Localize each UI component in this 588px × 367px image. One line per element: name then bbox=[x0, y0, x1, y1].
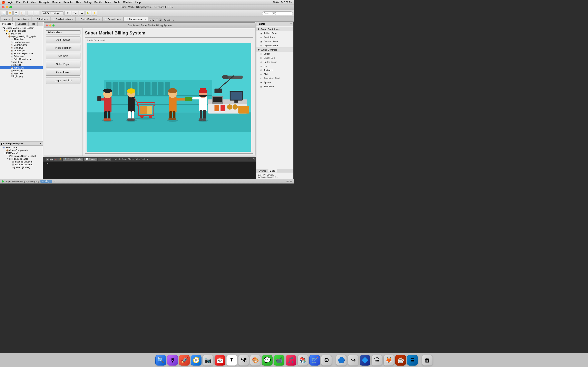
search-input[interactable] bbox=[262, 11, 293, 15]
undo-button[interactable]: ↩ bbox=[27, 11, 33, 16]
file-menu[interactable]: File bbox=[16, 1, 21, 4]
team-menu[interactable]: Team bbox=[105, 1, 111, 4]
scroll-pane-item[interactable]: ⊞ Scroll Pane bbox=[256, 35, 293, 39]
tab-next-button[interactable]: ▶ bbox=[152, 18, 155, 21]
tree-productreport-java[interactable]: ☕ ProductReport.java bbox=[0, 52, 43, 55]
tab-prev-button[interactable]: ◀ bbox=[149, 18, 152, 21]
logout-exit-button[interactable]: Logout and Exit bbox=[46, 77, 80, 84]
tab-restore-button[interactable]: ⊡ bbox=[159, 18, 162, 21]
usages-tab[interactable]: 🔗 Usages bbox=[98, 158, 111, 161]
redo-button[interactable]: ↪ bbox=[34, 11, 39, 16]
apple-menu[interactable]: 🍎 bbox=[2, 1, 5, 4]
new-project-button[interactable]: 📄 bbox=[1, 11, 7, 16]
compile-button[interactable]: T bbox=[64, 11, 71, 16]
tree-home-java[interactable]: ☕ home.java bbox=[0, 66, 43, 69]
run-menu[interactable]: Run bbox=[76, 1, 81, 4]
button-group-item[interactable]: ⊙ Button Group bbox=[256, 60, 293, 64]
tab-close-icon[interactable]: ✕ bbox=[47, 18, 49, 20]
tab-home-java[interactable]: ☕ home.java ✕ bbox=[12, 17, 31, 21]
expand-icon[interactable]: ▼ bbox=[7, 158, 9, 160]
tree-login-jpeg[interactable]: 🖼 login.jpeg bbox=[0, 75, 43, 78]
debug-button[interactable]: 🐛 bbox=[86, 11, 91, 16]
save-button[interactable]: 💾 bbox=[13, 11, 19, 16]
slider-item[interactable]: ⊟ Slider bbox=[256, 72, 293, 76]
tree-about-jpg[interactable]: 🖼 about.jpg bbox=[0, 60, 43, 63]
expand-icon[interactable]: ▼ bbox=[4, 152, 6, 154]
tab-connect-java[interactable]: ☕ Connect.java... ✕ bbox=[124, 17, 148, 21]
edit-menu[interactable]: Edit bbox=[23, 1, 28, 4]
product-report-button[interactable]: Product Report bbox=[46, 45, 80, 51]
events-tab[interactable]: Events bbox=[257, 169, 268, 173]
tree-connect-java[interactable]: ☕ Connect.java bbox=[0, 43, 43, 46]
refactor-menu[interactable]: Refactor bbox=[63, 1, 73, 4]
tree-source-packages[interactable]: ▼ 📁 Source Packages bbox=[0, 29, 43, 32]
nav-form-home[interactable]: ▼ 🖼 Form home bbox=[0, 146, 43, 149]
tree-product-java[interactable]: ☕ Product.java bbox=[0, 49, 43, 52]
tree-sales-java[interactable]: ☕ Sales.java bbox=[0, 55, 43, 58]
add-sells-button[interactable]: Add Sells bbox=[46, 53, 80, 59]
nav-lb-projectname[interactable]: 🏷 lb_projectName [JLabel] bbox=[0, 155, 43, 157]
app-minimize-button[interactable] bbox=[49, 25, 51, 26]
profile-menu[interactable]: Profile bbox=[94, 1, 102, 4]
help-menu[interactable]: Help bbox=[135, 1, 141, 4]
tools-menu[interactable]: Tools bbox=[114, 1, 120, 4]
config-dropdown[interactable]: <default config> ▼ bbox=[42, 11, 63, 15]
tab-sales-java[interactable]: ☕ Sales.java ✕ bbox=[32, 17, 51, 21]
tab-comboitem-java[interactable]: ☕ ComboItem.java ✕ bbox=[51, 17, 75, 21]
projects-tab-close[interactable]: ✕ bbox=[12, 23, 13, 25]
search-results-tab[interactable]: 🔍 Search Results bbox=[63, 158, 83, 161]
tab-close-icon[interactable]: ✕ bbox=[144, 18, 146, 20]
tree-ext-jpeg[interactable]: 🖼 ext.jpeg bbox=[0, 63, 43, 66]
tab-list-button[interactable]: ▾ bbox=[156, 18, 158, 21]
save-all-button[interactable]: 📋 bbox=[20, 11, 25, 16]
list-item[interactable]: ≡ List bbox=[256, 64, 293, 68]
run-button[interactable]: ▶ bbox=[79, 11, 85, 16]
open-project-button[interactable]: 📂 bbox=[7, 11, 13, 16]
tab-close-icon[interactable]: ✕ bbox=[72, 18, 73, 20]
tree-home-jpg[interactable]: 🖼 home.jpg bbox=[0, 69, 43, 72]
text-area-item[interactable]: ▤ Text Area bbox=[256, 68, 293, 72]
layered-pane-item[interactable]: ⊟ Layered Pane bbox=[256, 43, 293, 48]
files-tab[interactable]: Files bbox=[29, 22, 38, 26]
expand-icon[interactable]: ▼ bbox=[1, 27, 3, 29]
output-tab[interactable]: 📄 Output bbox=[84, 158, 97, 161]
tab-close-icon[interactable]: ✕ bbox=[99, 18, 101, 20]
tab-close-icon[interactable]: ✕ bbox=[120, 18, 122, 20]
navigate-menu[interactable]: Navigate bbox=[39, 1, 49, 4]
maximize-button[interactable] bbox=[9, 6, 12, 8]
app-maximize-button[interactable] bbox=[52, 25, 54, 26]
tree-root[interactable]: ▼ 🏗 Super Market Billing System bbox=[0, 26, 43, 29]
stop-run-icon[interactable]: ✕ bbox=[54, 180, 56, 183]
tree-about-java[interactable]: ☕ About.java bbox=[0, 38, 43, 41]
tab-productreport-java[interactable]: ☕ ProductReport.java ✕ bbox=[76, 17, 103, 21]
button-item[interactable]: ⬜ Button bbox=[256, 52, 293, 56]
text-pane-item[interactable]: ▤ Text Pane bbox=[256, 84, 293, 89]
view-menu[interactable]: View bbox=[31, 1, 36, 4]
window-menu[interactable]: Window bbox=[123, 1, 132, 4]
services-tab[interactable]: Services bbox=[16, 22, 28, 26]
debug-menu[interactable]: Debug bbox=[84, 1, 91, 4]
tabbed-pane-item[interactable]: ▣ Tabbed Pane bbox=[256, 31, 293, 35]
nav-jbutton6[interactable]: 🔘 jButton6 [JButton] bbox=[0, 163, 43, 166]
nav-jbutton5[interactable]: 🔘 jButton5 [JButton] bbox=[0, 160, 43, 163]
sales-report-button[interactable]: Sales Report bbox=[46, 61, 80, 67]
palette-close-icon[interactable]: ✕ bbox=[172, 19, 174, 21]
tree-salesreport-java[interactable]: ☕ SalesReport.java bbox=[0, 58, 43, 60]
profile-output-button[interactable]: ⚡ bbox=[58, 158, 62, 161]
tab-close-icon[interactable]: ✕ bbox=[28, 18, 29, 20]
tree-comboitem-java[interactable]: ☕ ComboItem.java bbox=[0, 41, 43, 43]
nav-jlabel1[interactable]: 🏷 jLabel1 [JLabel] bbox=[0, 166, 43, 169]
swing-controls-header[interactable]: ▶ Swing Controls bbox=[256, 48, 293, 52]
app-close-button[interactable] bbox=[46, 25, 48, 26]
projects-tab[interactable]: Projects ✕ bbox=[0, 22, 16, 26]
app-name-menu[interactable]: login bbox=[8, 1, 13, 4]
output-close-icon[interactable]: ✕ bbox=[249, 158, 250, 160]
debug-output-button[interactable]: ▶▶ bbox=[50, 158, 53, 161]
tree-meta-inf[interactable]: ▶ 📁 META-INF bbox=[0, 32, 43, 35]
tree-package[interactable]: ▼ 📦 super_market_billing_syste... bbox=[0, 35, 43, 38]
spinner-item[interactable]: ⟳ Spinner bbox=[256, 80, 293, 84]
output-expand-icon[interactable]: ⊡ bbox=[253, 158, 255, 160]
about-project-button[interactable]: About Project bbox=[46, 69, 80, 76]
panel-minimize-icon[interactable]: — bbox=[40, 23, 42, 25]
tab-product-java[interactable]: ☕ Product.java ✕ bbox=[103, 17, 124, 21]
